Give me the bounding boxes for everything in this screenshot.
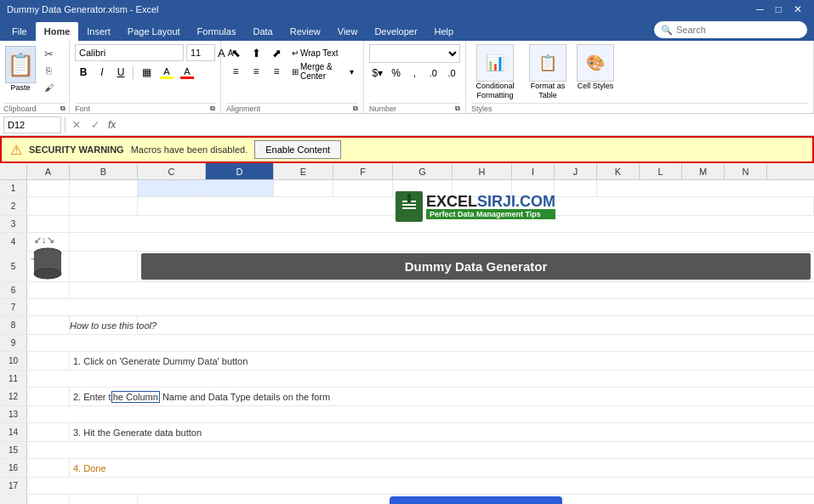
tab-review[interactable]: Review: [282, 22, 329, 41]
cell-c1[interactable]: [138, 180, 206, 196]
copy-button[interactable]: ⎘: [39, 63, 58, 78]
cell-a3[interactable]: [27, 216, 70, 232]
search-input[interactable]: [676, 25, 795, 35]
cell-dummy-header[interactable]: Dummy Data Generator: [141, 253, 811, 280]
paste-button[interactable]: 📋 Paste: [3, 44, 37, 102]
italic-button[interactable]: I: [94, 64, 111, 81]
col-header-c[interactable]: C: [138, 163, 206, 179]
tab-data[interactable]: Data: [244, 22, 281, 41]
cell-b2[interactable]: [70, 197, 138, 215]
cell-rest-15[interactable]: [27, 442, 814, 458]
cell-b5[interactable]: [70, 252, 138, 281]
col-header-b[interactable]: B: [70, 163, 138, 179]
cell-a1[interactable]: [27, 180, 70, 196]
clipboard-expander[interactable]: ⧉: [60, 105, 65, 113]
bold-button[interactable]: B: [75, 64, 92, 81]
cell-f1[interactable]: [333, 180, 393, 196]
col-header-m[interactable]: M: [682, 163, 725, 179]
increase-decimal-button[interactable]: .0: [424, 65, 441, 82]
fill-color-button[interactable]: A: [157, 64, 176, 81]
col-header-k[interactable]: K: [597, 163, 640, 179]
cell-step1[interactable]: 1. Click on 'Generate Dummy Data' button: [70, 352, 814, 370]
tab-file[interactable]: File: [3, 22, 36, 41]
wrap-text-button[interactable]: ↵Wrap Text: [287, 44, 343, 61]
minimize-icon[interactable]: ─: [751, 3, 769, 15]
font-color-button[interactable]: A: [178, 64, 196, 81]
search-box[interactable]: 🔍: [654, 21, 807, 38]
font-expander[interactable]: ⧉: [210, 105, 215, 113]
cell-step3[interactable]: 3. Hit the Generate data button: [70, 423, 814, 441]
percent-button[interactable]: %: [388, 65, 405, 82]
cancel-formula-button[interactable]: ✕: [69, 117, 84, 133]
number-format-select[interactable]: [369, 44, 460, 63]
cell-rest-8[interactable]: [138, 316, 814, 334]
align-center-button[interactable]: ≡: [247, 63, 265, 80]
cell-e1[interactable]: [274, 180, 333, 196]
tab-page-layout[interactable]: Page Layout: [119, 22, 189, 41]
cell-rest-6[interactable]: [70, 282, 814, 298]
tab-home[interactable]: Home: [36, 22, 79, 41]
generate-dummy-data-button[interactable]: Generate Dummy Data: [390, 496, 563, 505]
align-right-button[interactable]: ≡: [267, 63, 286, 80]
cell-rest-17[interactable]: [27, 478, 814, 494]
cell-rest-9[interactable]: [27, 335, 814, 351]
cell-j1[interactable]: [555, 180, 597, 196]
comma-button[interactable]: ,: [407, 65, 424, 82]
col-header-n[interactable]: N: [725, 163, 767, 179]
cell-b18[interactable]: [70, 495, 138, 504]
col-header-i[interactable]: I: [512, 163, 555, 179]
col-header-e[interactable]: E: [274, 163, 333, 179]
cell-a5[interactable]: → ←: [27, 252, 70, 281]
col-header-g[interactable]: G: [393, 163, 453, 179]
tab-view[interactable]: View: [329, 22, 367, 41]
cell-b1[interactable]: [70, 180, 138, 196]
format-as-table-button[interactable]: 📋 Format as Table: [524, 44, 572, 100]
maximize-icon[interactable]: □: [771, 3, 787, 15]
col-header-f[interactable]: F: [333, 163, 393, 179]
col-header-j[interactable]: J: [555, 163, 597, 179]
cell-a14[interactable]: [27, 423, 70, 441]
name-box[interactable]: D12: [3, 116, 61, 133]
cell-a2[interactable]: [27, 197, 70, 215]
cell-styles-button[interactable]: 🎨 Cell Styles: [577, 44, 614, 91]
border-button[interactable]: ▦: [137, 64, 156, 81]
cell-step4[interactable]: 4. Done: [70, 459, 814, 477]
enable-content-button[interactable]: Enable Content: [254, 140, 341, 159]
number-expander[interactable]: ⧉: [455, 105, 460, 113]
close-icon[interactable]: ✕: [788, 3, 807, 15]
cell-a8[interactable]: [27, 316, 70, 334]
tab-formulas[interactable]: Formulas: [189, 22, 245, 41]
cell-rest-4[interactable]: [70, 233, 814, 251]
col-header-h[interactable]: H: [453, 163, 512, 179]
cell-rest-13[interactable]: [27, 406, 814, 422]
col-header-d[interactable]: D: [206, 163, 274, 179]
format-painter-button[interactable]: 🖌: [39, 80, 58, 95]
tab-developer[interactable]: Developer: [366, 22, 425, 41]
conditional-formatting-button[interactable]: 📊 Conditional Formatting: [471, 44, 519, 100]
cell-c2-merged[interactable]: EXCELSIRJI.COM Perfect Data Management T…: [138, 197, 814, 215]
font-size-input[interactable]: [186, 44, 215, 61]
dollar-button[interactable]: $▾: [369, 65, 386, 82]
decrease-decimal-button[interactable]: .0: [443, 65, 460, 82]
align-left-button[interactable]: ≡: [226, 63, 245, 80]
underline-button[interactable]: U: [112, 64, 129, 81]
cut-button[interactable]: ✂: [39, 46, 58, 61]
alignment-expander[interactable]: ⧉: [353, 105, 358, 113]
tab-help[interactable]: Help: [426, 22, 463, 41]
cell-a16[interactable]: [27, 459, 70, 477]
font-name-input[interactable]: [75, 44, 184, 61]
cell-a10[interactable]: [27, 352, 70, 370]
tab-insert[interactable]: Insert: [78, 22, 119, 41]
col-header-a[interactable]: A: [27, 163, 70, 179]
formula-input[interactable]: [119, 119, 811, 131]
cell-a18[interactable]: [27, 495, 70, 504]
cell-b8[interactable]: How to use this tool?: [70, 316, 138, 334]
align-top-left-button[interactable]: ⬉: [226, 44, 245, 61]
cell-rest-7[interactable]: [27, 299, 814, 315]
align-top-center-button[interactable]: ⬆: [247, 44, 265, 61]
cell-step2[interactable]: 2. Enter the Column Name and Data Type d…: [70, 388, 814, 405]
cell-d1[interactable]: [206, 180, 274, 196]
cell-c18[interactable]: Generate Dummy Data: [138, 495, 814, 504]
merge-center-button[interactable]: ⊞Merge & Center▾: [287, 63, 358, 80]
col-header-l[interactable]: L: [640, 163, 682, 179]
